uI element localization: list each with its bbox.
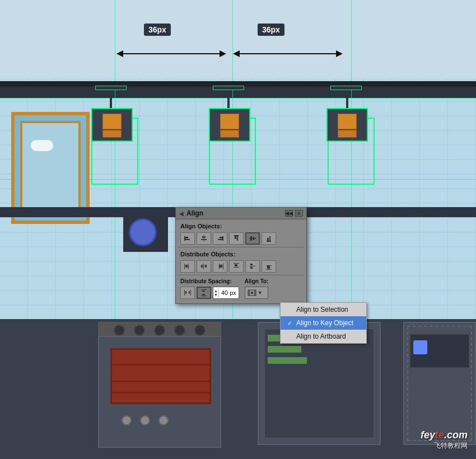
dropdown-label-selection: Align to Selection — [296, 306, 348, 313]
svg-rect-14 — [253, 237, 254, 240]
watermark-site: feyte.com — [421, 429, 468, 441]
arrow-head-right-1 — [220, 50, 226, 57]
oven-knob-1 — [122, 415, 132, 425]
panel-menu-button[interactable]: ≡ — [295, 210, 303, 217]
dropdown-item-align-selection[interactable]: Align to Selection — [281, 303, 366, 316]
distribute-left-button[interactable] — [180, 260, 195, 273]
dashed-border — [407, 326, 472, 441]
svg-rect-5 — [203, 235, 204, 242]
svg-rect-21 — [203, 264, 204, 269]
distribute-bottom-button[interactable] — [262, 260, 276, 273]
spacing-arrow-down[interactable]: ▼ — [214, 293, 218, 297]
align-center-v-button[interactable] — [245, 232, 260, 245]
light-body-3 — [326, 108, 368, 142]
spacing-arrows[interactable]: ▲ ▼ — [213, 288, 219, 297]
spacing-arrow-up[interactable]: ▲ — [214, 289, 218, 293]
svg-rect-13 — [250, 236, 252, 241]
svg-rect-29 — [235, 264, 237, 266]
svg-rect-23 — [205, 265, 207, 268]
spacing-value[interactable]: 40 px — [219, 289, 239, 296]
green-strip-3 — [268, 357, 307, 364]
green-strip-2 — [268, 346, 301, 353]
oven-rack-2 — [112, 381, 209, 382]
align-to-label: Align To: — [245, 278, 269, 284]
align-right-icon — [216, 235, 224, 242]
light-body-2 — [209, 108, 250, 142]
panel-title-text: Align — [186, 209, 203, 217]
align-left-button[interactable] — [180, 232, 195, 245]
panel-collapse-button[interactable]: ◀◀ — [285, 210, 293, 217]
distribute-center-v-icon — [249, 263, 256, 270]
svg-rect-20 — [185, 265, 188, 268]
svg-rect-30 — [250, 266, 255, 266]
align-bottom-button[interactable] — [262, 232, 276, 245]
svg-rect-45 — [251, 292, 253, 294]
spacing-vert-button[interactable] — [197, 287, 211, 299]
arrow-head-right-2 — [336, 50, 343, 57]
burner-4 — [174, 325, 185, 336]
distribute-center-v-button[interactable] — [245, 260, 260, 273]
align-center-h-button[interactable] — [197, 232, 211, 245]
arrow-head-left-2 — [233, 50, 240, 57]
watermark-com: .com — [444, 429, 468, 441]
distribute-left-icon — [184, 263, 192, 270]
measure-label-2: 36px — [258, 24, 284, 36]
right-small-appliance — [403, 322, 476, 445]
svg-rect-34 — [266, 269, 272, 270]
svg-rect-28 — [234, 267, 239, 268]
svg-rect-17 — [269, 236, 270, 241]
svg-rect-33 — [266, 265, 272, 266]
burner-2 — [134, 325, 145, 336]
distribute-spacing-label: Distribute Spacing: — [180, 278, 239, 284]
spacing-group: Distribute Spacing: — [180, 278, 239, 299]
oven-knob-2 — [140, 415, 150, 425]
svg-rect-1 — [185, 237, 188, 238]
align-objects-label: Align Objects: — [180, 223, 302, 230]
svg-rect-2 — [185, 239, 190, 240]
dropdown-item-align-artboard[interactable]: Align to Artboard — [281, 330, 366, 343]
light-body-1 — [91, 108, 133, 142]
panel-collapse-arrow[interactable]: ◀ — [179, 210, 184, 217]
dropdown-item-align-key-object[interactable]: ✓ Align to Key Object — [281, 316, 366, 330]
watermark-fey: fey — [421, 429, 435, 441]
align-panel: ◀ Align ◀◀ ≡ Align Objects: — [175, 207, 307, 304]
bottom-section: Distribute Spacing: — [176, 275, 306, 303]
align-right-button[interactable] — [213, 232, 227, 245]
svg-rect-40 — [201, 289, 207, 290]
align-to-dropdown-menu: Align to Selection ✓ Align to Key Object… — [280, 302, 367, 344]
svg-rect-36 — [184, 290, 185, 296]
guide-horizontal-1 — [0, 98, 476, 99]
oven-window — [110, 348, 211, 404]
align-to-dropdown[interactable]: ▼ — [245, 287, 269, 299]
spacing-vert-icon — [200, 289, 208, 297]
light-base-2 — [220, 130, 239, 138]
distribute-buttons — [180, 260, 302, 273]
svg-rect-41 — [201, 296, 207, 296]
svg-rect-9 — [234, 235, 239, 236]
oven-rack-1 — [112, 364, 209, 366]
svg-rect-35 — [267, 266, 270, 269]
light-cap-1 — [95, 86, 127, 90]
panel-titlebar: ◀ Align ◀◀ ≡ — [176, 208, 306, 219]
align-objects-section: Align Objects: — [176, 219, 306, 247]
align-left-icon — [184, 235, 192, 242]
equipment-circle — [129, 218, 157, 246]
distribute-center-h-button[interactable] — [197, 260, 211, 273]
align-top-icon — [232, 235, 240, 242]
distribute-right-button[interactable] — [213, 260, 227, 273]
distribute-top-button[interactable] — [229, 260, 244, 273]
oven-knobs — [122, 415, 169, 425]
svg-rect-42 — [202, 291, 205, 292]
light-bulb-2 — [220, 114, 239, 129]
svg-rect-26 — [220, 265, 222, 268]
svg-rect-37 — [190, 290, 191, 296]
svg-rect-43 — [202, 294, 205, 295]
svg-rect-18 — [184, 264, 185, 269]
align-top-button[interactable] — [229, 232, 244, 245]
svg-rect-38 — [185, 291, 186, 294]
oven — [98, 336, 221, 448]
spacing-horiz-icon — [184, 289, 192, 297]
panel-title-left: ◀ Align — [179, 209, 203, 217]
spacing-horiz-button[interactable] — [180, 287, 195, 299]
svg-rect-10 — [235, 236, 236, 239]
